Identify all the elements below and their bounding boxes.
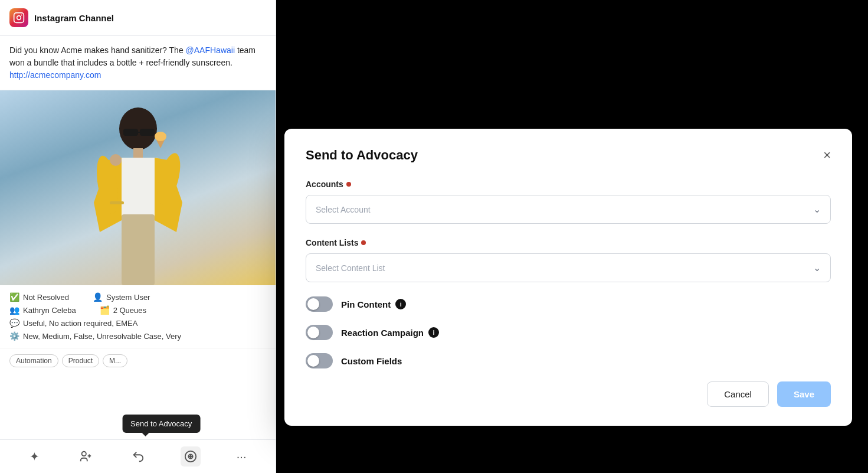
content-lists-placeholder: Select Content List bbox=[316, 263, 385, 273]
post-link[interactable]: http://acmecompany.com bbox=[9, 70, 101, 80]
person-silhouette bbox=[73, 96, 203, 285]
mention-link[interactable]: @AAFHawaii bbox=[186, 45, 235, 55]
meta-row-1: ✅ Not Resolved 👤 System User bbox=[9, 292, 266, 302]
post-content: Did you know Acme makes hand sanitizer? … bbox=[0, 36, 276, 90]
dark-overlay-top bbox=[276, 0, 868, 129]
svg-rect-18 bbox=[110, 201, 124, 204]
bottom-toolbar: Send to Advocacy ✦ ··· bbox=[0, 439, 276, 473]
custom-fields-toggle[interactable] bbox=[306, 353, 333, 368]
channel-header: Instagram Channel bbox=[0, 0, 276, 36]
reaction-campaign-row: Reaction Campaign i bbox=[306, 325, 831, 340]
reaction-campaign-label: Reaction Campaign i bbox=[341, 327, 439, 338]
cancel-button[interactable]: Cancel bbox=[707, 381, 769, 407]
svg-rect-4 bbox=[123, 129, 138, 136]
svg-point-2 bbox=[21, 14, 22, 15]
post-text: Did you know Acme makes hand sanitizer? … bbox=[9, 45, 184, 55]
svg-rect-0 bbox=[14, 13, 24, 23]
tag-automation: Automation bbox=[9, 354, 58, 367]
accounts-chevron: ⌄ bbox=[813, 204, 821, 215]
custom-fields-label: Custom Fields bbox=[341, 356, 402, 366]
tags-row: Automation Product M... bbox=[0, 348, 276, 373]
add-user-button[interactable] bbox=[76, 446, 96, 467]
post-image bbox=[0, 90, 276, 285]
pin-content-row: Pin Content i bbox=[306, 296, 831, 312]
pin-content-label: Pin Content i bbox=[341, 299, 406, 309]
content-lists-dropdown[interactable]: Select Content List ⌄ bbox=[306, 253, 831, 282]
modal-footer: Cancel Save bbox=[306, 381, 831, 407]
pin-content-knob bbox=[307, 298, 319, 310]
status-item: ✅ Not Resolved bbox=[9, 292, 69, 302]
category-icon: 💬 bbox=[9, 318, 19, 328]
meta-info: ✅ Not Resolved 👤 System User 👥 Kathryn C… bbox=[0, 285, 276, 348]
svg-point-23 bbox=[188, 454, 192, 458]
tag-product: Product bbox=[62, 354, 99, 367]
advocacy-button[interactable] bbox=[181, 446, 201, 467]
svg-point-15 bbox=[155, 132, 166, 141]
category-text: Useful, No action required, EMEA bbox=[23, 319, 137, 328]
send-to-advocacy-modal: Send to Advocacy × Accounts Select Accou… bbox=[284, 129, 852, 426]
content-lists-section: Content Lists Select Content List ⌄ bbox=[306, 238, 831, 282]
tags-icon: ⚙️ bbox=[9, 331, 19, 341]
custom-fields-knob bbox=[307, 355, 319, 367]
advocacy-tooltip: Send to Advocacy bbox=[122, 415, 200, 433]
queue-icon: 🗂️ bbox=[100, 305, 110, 315]
contact-text: Kathryn Celeba bbox=[23, 306, 76, 315]
reaction-campaign-knob bbox=[307, 327, 319, 338]
left-panel: Instagram Channel Did you know Acme make… bbox=[0, 0, 276, 473]
reaction-campaign-info-icon[interactable]: i bbox=[428, 327, 439, 338]
instagram-icon bbox=[9, 8, 28, 27]
accounts-section: Accounts Select Account ⌄ bbox=[306, 180, 831, 224]
save-button[interactable]: Save bbox=[777, 381, 831, 407]
pin-content-info-icon[interactable]: i bbox=[395, 299, 406, 309]
tags-text: New, Medium, False, Unresolvable Case, V… bbox=[23, 332, 181, 341]
svg-rect-5 bbox=[140, 129, 155, 136]
svg-point-1 bbox=[17, 16, 21, 20]
content-lists-label: Content Lists bbox=[306, 238, 831, 247]
user-item: 👤 System User bbox=[93, 292, 150, 302]
close-button[interactable]: × bbox=[823, 149, 831, 162]
resolved-icon: ✅ bbox=[9, 292, 19, 302]
queue-text: 2 Queues bbox=[113, 306, 146, 315]
meta-row-2: 👥 Kathryn Celeba 🗂️ 2 Queues bbox=[9, 305, 266, 315]
channel-title: Instagram Channel bbox=[34, 13, 114, 23]
category-item: 💬 Useful, No action required, EMEA bbox=[9, 318, 266, 328]
tags-item: ⚙️ New, Medium, False, Unresolvable Case… bbox=[9, 331, 266, 341]
user-text: System User bbox=[106, 293, 150, 302]
modal-header: Send to Advocacy × bbox=[306, 148, 831, 163]
reaction-campaign-toggle[interactable] bbox=[306, 325, 333, 340]
tag-more: M... bbox=[103, 354, 127, 367]
content-lists-chevron: ⌄ bbox=[813, 262, 821, 273]
reply-button[interactable] bbox=[128, 446, 148, 467]
accounts-placeholder: Select Account bbox=[316, 205, 371, 214]
accounts-dropdown[interactable]: Select Account ⌄ bbox=[306, 195, 831, 224]
svg-point-19 bbox=[81, 452, 86, 456]
accounts-label: Accounts bbox=[306, 180, 831, 189]
user-icon: 👤 bbox=[93, 292, 103, 302]
more-button[interactable]: ··· bbox=[233, 446, 250, 467]
pin-content-toggle[interactable] bbox=[306, 296, 333, 312]
svg-rect-16 bbox=[122, 214, 155, 285]
contact-item: 👥 Kathryn Celeba bbox=[9, 305, 76, 315]
content-lists-required bbox=[361, 240, 366, 245]
queue-item: 🗂️ 2 Queues bbox=[100, 305, 146, 315]
custom-fields-row: Custom Fields bbox=[306, 353, 831, 368]
contact-icon: 👥 bbox=[9, 305, 19, 315]
accounts-required bbox=[346, 182, 351, 187]
svg-rect-8 bbox=[116, 158, 161, 217]
sparkle-button[interactable]: ✦ bbox=[26, 446, 43, 467]
modal-title: Send to Advocacy bbox=[306, 148, 418, 163]
svg-point-17 bbox=[110, 154, 122, 166]
status-text: Not Resolved bbox=[23, 293, 69, 302]
